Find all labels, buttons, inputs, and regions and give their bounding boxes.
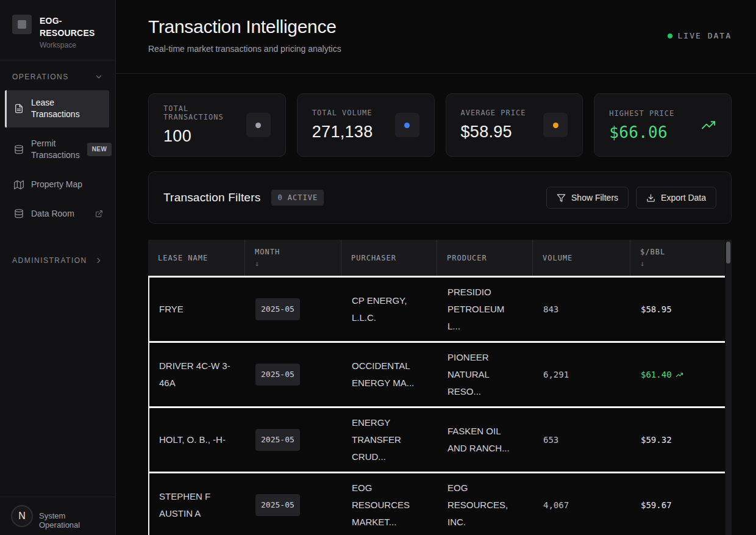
workspace-logo-icon	[18, 20, 26, 29]
producer-cell: PIONEER NATURAL RESO...	[438, 343, 533, 406]
sidebar-item-data-room[interactable]: Data Room	[5, 201, 109, 227]
sort-desc-icon: ↓	[640, 259, 715, 268]
column-header-lease-name[interactable]: LEASE NAME	[148, 240, 244, 276]
live-data-label: LIVE DATA	[678, 31, 732, 40]
workspace-label: Workspace	[40, 41, 103, 49]
transactions-table: LEASE NAME MONTH↓ PURCHASER PRODUCER VOL…	[148, 240, 732, 535]
chevron-right-icon	[94, 256, 103, 265]
sidebar-item-permit-transactions[interactable]: Permit Transactions NEW	[5, 131, 109, 168]
workspace-logo	[12, 15, 32, 34]
producer-cell: PRESIDIO PETROLEUM L...	[438, 278, 533, 341]
blue-dot-icon	[404, 123, 410, 128]
stat-label: AVERAGE PRICE	[461, 109, 526, 117]
price-cell: $59.32	[631, 425, 725, 454]
table-body: FRYE 2025-05 CP ENERGY, L.L.C. PRESIDIO …	[148, 278, 725, 535]
table-row[interactable]: HOLT, O. B., -H- 2025-05 ENERGY TRANSFER…	[149, 408, 725, 473]
workspace-header[interactable]: EOG-RESOURCES Workspace	[0, 0, 115, 60]
price-cell: $58.95	[631, 295, 725, 324]
map-icon	[14, 180, 24, 190]
section-administration[interactable]: ADMINISTRATION	[0, 244, 115, 272]
database-icon	[14, 209, 24, 218]
sort-desc-icon: ↓	[255, 259, 331, 268]
lease-cell: FRYE	[149, 295, 246, 324]
stat-value: $58.95	[461, 123, 526, 142]
stat-label: TOTAL VOLUME	[312, 109, 373, 117]
lease-cell: HOLT, O. B., -H-	[149, 425, 246, 454]
sidebar-item-property-map[interactable]: Property Map	[5, 172, 109, 198]
price-value: $58.95	[641, 301, 672, 318]
database-icon	[14, 145, 24, 154]
stat-card-highest-price: HIGHEST PRICE $66.06	[594, 93, 732, 157]
price-value: $59.67	[641, 497, 672, 514]
volume-cell: 6,291	[533, 360, 631, 389]
month-badge: 2025-05	[255, 429, 300, 451]
price-value: $59.32	[641, 431, 672, 448]
live-dot-icon	[668, 34, 672, 38]
table-row[interactable]: DRIVER 4C-W 3-46A 2025-05 OCCIDENTAL ENE…	[149, 343, 725, 408]
stat-iconbox	[246, 113, 271, 137]
stat-label: HIGHEST PRICE	[609, 109, 674, 118]
trending-up-icon	[676, 372, 683, 378]
trending-up-icon	[701, 118, 716, 132]
price-cell: $59.67	[631, 490, 725, 520]
column-header-producer[interactable]: PRODUCER	[437, 240, 532, 276]
column-header-purchaser[interactable]: PURCHASER	[341, 240, 437, 276]
stat-card-total-transactions: TOTAL TRANSACTIONS 100	[148, 93, 286, 157]
stat-card-average-price: AVERAGE PRICE $58.95	[446, 93, 583, 157]
stat-iconbox	[395, 113, 419, 137]
purchaser-cell: OCCIDENTAL ENERGY MA...	[342, 351, 438, 398]
column-header-month[interactable]: MONTH↓	[244, 240, 341, 276]
stat-value: $66.06	[609, 123, 674, 142]
stat-value: 271,138	[312, 123, 373, 142]
filters-title: Transaction Filters	[163, 191, 260, 204]
administration-label: ADMINISTRATION	[12, 256, 87, 265]
show-filters-button[interactable]: Show Filters	[546, 187, 629, 209]
filters-card: Transaction Filters 0 ACTIVE Show Filter…	[148, 171, 732, 224]
price-cell: $61.40	[631, 360, 725, 389]
purchaser-cell: CP ENERGY, L.L.C.	[342, 286, 438, 332]
sidebar: EOG-RESOURCES Workspace OPERATIONS Lease…	[0, 0, 116, 535]
stat-label: TOTAL TRANSACTIONS	[163, 104, 246, 121]
stat-iconbox	[543, 113, 568, 137]
external-link-icon	[95, 210, 103, 218]
lease-cell: STEPHEN F AUSTIN A	[149, 482, 246, 528]
avatar: N	[11, 505, 33, 527]
scrollbar-thumb[interactable]	[726, 242, 730, 264]
table-scrollbar[interactable]	[726, 240, 732, 535]
volume-cell: 843	[533, 295, 631, 324]
volume-cell: 653	[533, 425, 631, 454]
active-filters-badge: 0 ACTIVE	[271, 190, 324, 206]
section-operations[interactable]: OPERATIONS	[0, 60, 115, 88]
column-header-price[interactable]: $/BBL↓	[630, 240, 725, 276]
show-filters-label: Show Filters	[571, 193, 618, 203]
producer-cell: FASKEN OIL AND RANCH...	[438, 417, 533, 463]
purchaser-cell: ENERGY TRANSFER CRUD...	[342, 408, 438, 472]
stat-card-total-volume: TOTAL VOLUME 271,138	[297, 93, 435, 157]
system-status: System Operational	[39, 503, 104, 530]
sidebar-item-label: Property Map	[31, 179, 82, 191]
price-value: $61.40	[641, 366, 672, 383]
sidebar-item-lease-transactions[interactable]: Lease Transactions	[5, 90, 109, 127]
sidebar-footer[interactable]: N System Operational	[0, 497, 115, 535]
month-badge: 2025-05	[255, 298, 300, 320]
main-area: Transaction Intelligence Real-time marke…	[116, 0, 756, 535]
sidebar-item-label: Permit Transactions	[31, 138, 80, 162]
live-data-indicator: LIVE DATA	[668, 31, 732, 40]
export-data-button[interactable]: Export Data	[636, 187, 716, 209]
table-row[interactable]: FRYE 2025-05 CP ENERGY, L.L.C. PRESIDIO …	[149, 278, 725, 343]
sidebar-item-label: Data Room	[31, 208, 74, 220]
month-badge: 2025-05	[255, 494, 300, 516]
operations-label: OPERATIONS	[12, 73, 69, 81]
column-header-volume[interactable]: VOLUME	[532, 240, 630, 276]
gray-dot-icon	[255, 123, 261, 128]
orange-dot-icon	[553, 123, 558, 128]
page-title: Transaction Intelligence	[148, 16, 341, 37]
volume-cell: 4,067	[533, 490, 631, 520]
table-row[interactable]: STEPHEN F AUSTIN A 2025-05 EOG RESOURCES…	[149, 473, 725, 535]
producer-cell: EOG RESOURCES, INC.	[438, 473, 533, 535]
page-subtitle: Real-time market transactions and pricin…	[148, 44, 341, 54]
lease-cell: DRIVER 4C-W 3-46A	[149, 351, 246, 398]
stat-value: 100	[163, 127, 246, 146]
table-header: LEASE NAME MONTH↓ PURCHASER PRODUCER VOL…	[148, 240, 725, 278]
download-icon	[646, 193, 655, 203]
